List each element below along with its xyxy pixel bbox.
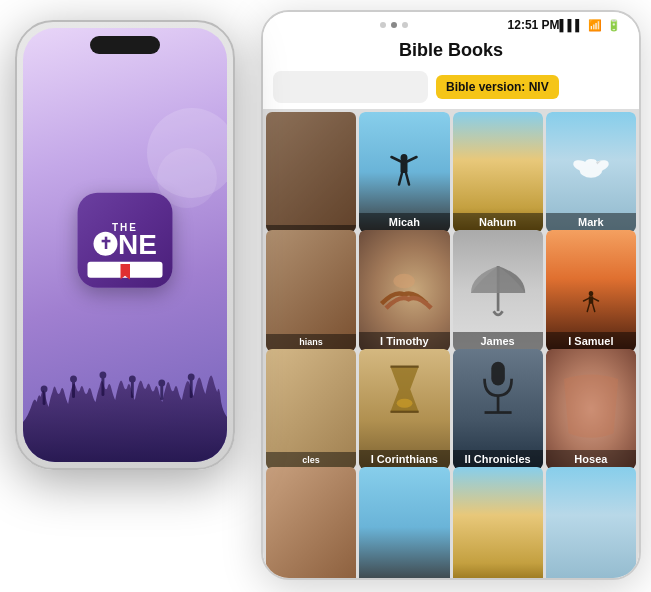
svg-point-23 <box>396 398 412 407</box>
book-cell-partial-1[interactable] <box>266 112 356 232</box>
svg-point-34 <box>70 376 77 383</box>
logo-bookmark <box>120 264 130 280</box>
book-cell-row4-4[interactable] <box>546 467 636 580</box>
svg-line-19 <box>592 304 594 312</box>
svg-rect-29 <box>101 376 104 396</box>
scene: 12:51 PM ▌▌▌ 📶 🔋 Bible Books Bible versi… <box>0 0 651 592</box>
svg-point-37 <box>158 380 165 387</box>
wifi-icon: 📶 <box>588 19 602 32</box>
book-cell-row4-2[interactable] <box>359 467 449 580</box>
svg-point-14 <box>589 291 594 296</box>
svg-point-36 <box>129 376 136 383</box>
svg-point-33 <box>41 386 48 393</box>
tablet-header-row: Bible version: NIV <box>263 65 639 109</box>
book-label-james: James <box>453 332 543 351</box>
svg-point-10 <box>592 160 597 165</box>
svg-line-5 <box>406 173 409 185</box>
book-cell-nahum[interactable]: Nahum <box>453 112 543 232</box>
book-label-ii-chronicles: II Chronicles <box>453 450 543 469</box>
book-cell-i-timothy[interactable]: I Timothy <box>359 230 449 350</box>
tablet-status-bar: 12:51 PM ▌▌▌ 📶 🔋 <box>263 12 639 38</box>
svg-line-4 <box>399 173 402 185</box>
dot-2 <box>391 22 397 28</box>
tablet-status-icons: ▌▌▌ 📶 🔋 <box>560 19 621 32</box>
phone: THE ✝ NE <box>15 20 235 470</box>
logo-cross-icon: ✝ <box>99 236 112 252</box>
book-label-hosea: Hosea <box>546 450 636 469</box>
svg-rect-28 <box>72 380 75 398</box>
book-label-i-timothy: I Timothy <box>359 332 449 351</box>
logo-one-row: ✝ NE <box>93 231 157 259</box>
phone-screen: THE ✝ NE <box>23 28 227 462</box>
logo-cross-circle: ✝ <box>93 232 117 256</box>
bible-version-button[interactable]: Bible version: NIV <box>436 75 559 99</box>
tablet: 12:51 PM ▌▌▌ 📶 🔋 Bible Books Bible versi… <box>261 10 641 580</box>
phone-notch <box>90 36 160 54</box>
tablet-title: Bible Books <box>399 40 503 60</box>
svg-line-18 <box>587 304 589 312</box>
book-cell-ii-chronicles[interactable]: II Chronicles <box>453 349 543 469</box>
book-cell-hosea[interactable]: Hosea <box>546 349 636 469</box>
book-cell-i-corinthians[interactable]: I Corinthians <box>359 349 449 469</box>
book-cell-partial-3[interactable]: cles <box>266 349 356 469</box>
dot-3 <box>402 22 408 28</box>
battery-icon: 🔋 <box>607 19 621 32</box>
svg-point-38 <box>188 374 195 381</box>
svg-point-12 <box>394 274 416 288</box>
book-cell-row4-3[interactable] <box>453 467 543 580</box>
svg-point-35 <box>100 372 107 379</box>
dot-1 <box>380 22 386 28</box>
book-cell-micah[interactable]: Micah <box>359 112 449 232</box>
svg-line-16 <box>583 298 588 301</box>
app-logo: THE ✝ NE <box>78 193 173 288</box>
crowd-silhouette <box>23 362 227 462</box>
svg-rect-32 <box>190 378 193 398</box>
book-label-i-samuel: I Samuel <box>546 332 636 351</box>
svg-rect-15 <box>589 296 594 304</box>
svg-rect-30 <box>131 380 134 398</box>
tablet-title-row: Bible Books <box>263 38 639 65</box>
logo-one-text: NE <box>118 231 157 259</box>
tablet-time: 12:51 PM <box>508 18 560 32</box>
book-cell-james[interactable]: James <box>453 230 543 350</box>
book-label-i-corinthians: I Corinthians <box>359 450 449 469</box>
svg-line-17 <box>593 298 598 301</box>
book-cell-mark[interactable]: Mark <box>546 112 636 232</box>
books-grid: Micah Nahum <box>263 109 639 580</box>
book-cell-partial-4[interactable] <box>266 467 356 580</box>
signal-icon: ▌▌▌ <box>560 19 583 31</box>
svg-rect-24 <box>491 361 505 385</box>
book-cell-i-samuel[interactable]: I Samuel <box>546 230 636 350</box>
logo-book <box>88 262 163 278</box>
book-cell-partial-2[interactable]: hians <box>266 230 356 350</box>
search-input[interactable] <box>273 71 428 103</box>
